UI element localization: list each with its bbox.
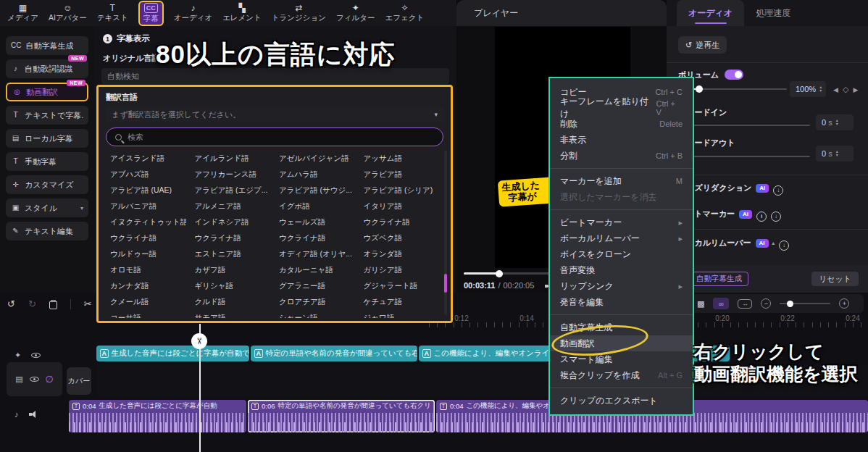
context-menu-item[interactable]: 分割 Ctrl + B <box>550 148 693 164</box>
language-option[interactable]: サモア語 <box>186 313 271 318</box>
language-option[interactable]: アッサム語 <box>355 154 440 164</box>
sidebar-item[interactable]: T テキストで字幕... <box>6 106 88 125</box>
next-keyframe-icon[interactable]: ▶ <box>853 86 858 93</box>
context-menu-item[interactable]: 発音を編集 <box>550 294 693 310</box>
audio-clip[interactable]: 0:06 特定の単語や名前の発音が間違っていても右クリッ <box>248 400 435 432</box>
fit-timeline-icon[interactable]: ↔ <box>738 299 752 309</box>
redo-icon[interactable]: ↻ <box>28 299 36 309</box>
sidebar-item[interactable]: ♪ 自動歌詞認識 NEW <box>6 59 88 78</box>
language-option[interactable]: インドネシア語 <box>186 217 271 227</box>
playhead-scissors-icon[interactable]: ✂ <box>191 333 207 349</box>
context-menu-item[interactable]: スマート編集 <box>550 351 693 367</box>
spinner-down-icon[interactable]: ▾ <box>836 122 838 126</box>
language-option[interactable]: ウクライナ語 <box>270 233 355 243</box>
language-option[interactable]: クメール語 <box>101 297 186 307</box>
language-option[interactable]: コーサ語 <box>101 313 186 318</box>
collapse-icon[interactable]: ▴ <box>772 240 775 246</box>
toolbar-item[interactable]: ⇄ トランジション <box>272 4 326 23</box>
progress-knob[interactable] <box>496 270 503 277</box>
language-option[interactable]: カザフ語 <box>186 265 271 275</box>
download-icon[interactable]: ↓ <box>779 240 789 251</box>
language-option[interactable]: アラビア語 (シリア) <box>355 185 440 196</box>
sidebar-item[interactable]: CC 自動字幕生成 <box>6 36 88 55</box>
language-option[interactable]: クロアチア語 <box>270 297 355 307</box>
language-option[interactable]: オランダ語 <box>355 249 440 259</box>
volume-slider-knob[interactable] <box>696 85 703 93</box>
context-menu-item[interactable]: 選択したマーカーを消去 <box>550 189 693 205</box>
toolbar-item[interactable]: ▚ エレメント <box>222 4 262 23</box>
timeline-zoom-slider[interactable] <box>780 303 830 304</box>
language-option[interactable]: アラビア語 (サウジ... <box>270 185 355 196</box>
language-option[interactable]: ジャワ語 <box>355 313 440 318</box>
language-option[interactable]: ウクライナ語 <box>186 233 271 243</box>
reverse-play-button[interactable]: ↺ 逆再生 <box>678 36 727 54</box>
download-icon[interactable]: ↓ <box>773 185 783 196</box>
sidebar-item[interactable]: ✛ カスタマイズ <box>6 175 88 194</box>
language-option[interactable]: ウルドゥー語 <box>101 249 186 259</box>
language-option[interactable]: イヌクティトゥット語 <box>101 217 186 227</box>
language-option[interactable]: アルメニア語 <box>186 201 271 212</box>
language-option[interactable]: カタルーニャ語 <box>270 265 355 275</box>
context-menu-item[interactable]: キーフレームを貼り付け Ctrl + V <box>550 100 693 116</box>
properties-tab[interactable]: オーディオ <box>677 0 744 26</box>
language-option[interactable]: オロモ語 <box>101 265 186 275</box>
context-menu-item[interactable]: リップシンク ▸ <box>550 278 693 294</box>
language-option[interactable]: アフリカーンス語 <box>186 170 271 180</box>
context-menu-item[interactable]: ビートマーカー ▸ <box>550 214 693 230</box>
context-menu-item[interactable]: 自動字幕生成 <box>550 319 693 335</box>
mute-icon[interactable]: ∅ <box>46 374 54 385</box>
volume-toggle[interactable] <box>725 70 743 80</box>
language-option[interactable]: アラビア語 <box>355 170 440 180</box>
info-icon[interactable]: i <box>756 212 767 222</box>
language-option[interactable]: アイルランド語 <box>186 154 271 164</box>
context-menu-item[interactable]: 複合クリップを作成 Alt + G <box>550 367 693 383</box>
download-icon[interactable]: ↓ <box>771 212 781 222</box>
toolbar-item[interactable]: ☺ AIアバター <box>49 4 87 23</box>
language-option[interactable]: シャーン語 <box>270 313 355 318</box>
toolbar-item[interactable]: CC 字幕 <box>138 1 164 26</box>
language-option[interactable]: イタリア語 <box>355 201 440 212</box>
language-option[interactable]: グジャラート語 <box>355 281 440 291</box>
mosaic-view-icon[interactable]: ▩ <box>697 298 704 309</box>
volume-slider[interactable] <box>678 88 787 90</box>
fade-in-slider[interactable] <box>678 125 810 126</box>
sidebar-item[interactable]: ◎ 動画翻訳 NEW <box>6 83 88 101</box>
eye-icon[interactable] <box>30 375 39 384</box>
language-option[interactable]: カンナダ語 <box>101 281 186 291</box>
context-menu-item[interactable]: 動画翻訳 <box>550 335 693 351</box>
undo-icon[interactable]: ↺ <box>7 299 15 309</box>
auto-caption-button[interactable]: 自動字幕生成 <box>690 272 748 286</box>
toolbar-item[interactable]: T テキスト <box>97 4 128 23</box>
context-menu-item[interactable]: ボイスをクローン <box>550 246 693 262</box>
sidebar-item[interactable]: ▤ ローカル字幕 <box>6 129 88 148</box>
fade-out-slider[interactable] <box>678 156 810 157</box>
language-search-input[interactable]: 検索 <box>106 127 443 146</box>
context-menu-item[interactable]: マーカーを追加 M <box>550 173 693 189</box>
prev-keyframe-icon[interactable]: ◀ <box>833 86 838 93</box>
toolbar-item[interactable]: ▦ メディア <box>7 4 38 23</box>
split-scissors-icon[interactable]: ✂ <box>84 299 92 309</box>
language-option[interactable]: ウクライナ語 <box>355 217 440 227</box>
properties-tab[interactable]: 処理速度 <box>744 0 802 26</box>
text-clip[interactable]: A 特定の単語や名前の発音が間違っていても右クリックで簡 <box>251 346 417 361</box>
language-option[interactable]: ギリシャ語 <box>186 281 271 291</box>
context-menu-item[interactable]: 非表示 <box>550 132 693 148</box>
language-option[interactable]: オディア語 (オリヤ... <box>270 249 355 259</box>
language-option[interactable]: アイスランド語 <box>101 154 186 164</box>
sidebar-item[interactable]: ▣ スタイル ▾ <box>6 198 88 217</box>
sidebar-item[interactable]: T 手動字幕 <box>6 152 88 171</box>
audio-clip[interactable]: 0:04 生成した音声には段ごとに字幕が自動 <box>69 400 246 432</box>
add-keyframe-icon[interactable]: ◇ <box>843 85 848 94</box>
language-option[interactable]: ウクライナ語 <box>101 233 186 243</box>
zoom-in-icon[interactable]: + <box>839 298 849 309</box>
language-option[interactable]: クルド語 <box>186 297 271 307</box>
translate-language-select[interactable]: まず翻訳言語を選択してください。 ▾ <box>106 106 443 122</box>
language-option[interactable]: イグボ語 <box>270 201 355 212</box>
volume-value-box[interactable]: 100% ▴ ▾ <box>790 81 826 97</box>
delete-icon[interactable] <box>49 300 57 309</box>
scrollbar-thumb[interactable] <box>444 274 447 293</box>
zoom-slider-knob[interactable] <box>787 301 793 307</box>
sidebar-item[interactable]: ✎ テキスト編集 <box>6 222 88 240</box>
language-option[interactable]: アゼルバイジャン語 <box>270 154 355 164</box>
context-menu-item[interactable]: クリップのエクスポート <box>550 393 693 409</box>
